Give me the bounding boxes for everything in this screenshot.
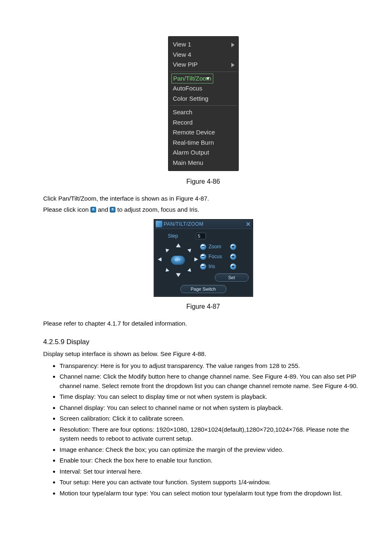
ptz-dialog: PAN/TILT/ZOOM Step — [154, 219, 253, 297]
minus-sphere-icon — [90, 207, 96, 213]
context-menu-group: Pan/Tilt/Zoom ➤ AutoFocus Color Setting — [168, 72, 239, 106]
body-paragraph: Please refer to chapter 4.1.7 for detail… — [43, 319, 363, 328]
ctx-item-realtime-burn[interactable]: Real-time Burn — [168, 138, 239, 148]
ctx-item-label: Real-time Burn — [173, 138, 214, 148]
ptz-arrow-upleft[interactable] — [164, 247, 171, 254]
ptz-step-label: Step — [168, 232, 178, 240]
svg-marker-6 — [166, 268, 169, 272]
submenu-arrow-icon: ▶ — [231, 40, 235, 49]
ptz-arrow-up[interactable] — [175, 242, 182, 250]
ptz-main: SIT Zoom Focus — [158, 242, 249, 282]
plus-sphere-icon — [110, 207, 115, 213]
ctx-item-label: Pan/Tilt/Zoom — [171, 74, 214, 84]
ptz-step-row: Step — [158, 232, 249, 240]
ctx-item-label: Search — [173, 108, 193, 117]
ptz-row-label: Iris — [209, 263, 228, 270]
context-menu: View 1 ▶ View 4 View PIP ▶ Pan/Tilt/Zoom… — [168, 36, 239, 171]
ctx-item-label: Record — [173, 118, 193, 127]
ctx-item-main-menu[interactable]: Main Menu — [168, 158, 239, 168]
focus-minus-button[interactable] — [200, 254, 206, 260]
body-paragraph: Please click icon and to adjust zoom, fo… — [43, 205, 363, 215]
ctx-item-search[interactable]: Search — [168, 107, 239, 118]
ctx-item-label: View 4 — [173, 50, 191, 60]
zoom-plus-button[interactable] — [230, 244, 236, 250]
ptz-row-label: Zoom — [209, 243, 228, 250]
ctx-item-view4[interactable]: View 4 — [168, 50, 239, 60]
ptz-arrow-down[interactable] — [175, 271, 182, 278]
list-item: Tour setup: Here you can activate tour f… — [60, 478, 363, 487]
svg-marker-7 — [187, 268, 191, 272]
zoom-minus-button[interactable] — [200, 244, 206, 250]
ptz-zoom-row: Zoom — [200, 243, 249, 250]
iris-minus-button[interactable] — [200, 264, 206, 270]
svg-marker-2 — [158, 257, 161, 261]
ptz-focus-row: Focus — [200, 253, 249, 260]
ptz-arrow-downright[interactable] — [185, 266, 193, 273]
list-item: Resolution: There are four options: 1920… — [60, 425, 363, 444]
ctx-item-record[interactable]: Record — [168, 118, 239, 128]
ctx-item-label: Main Menu — [173, 158, 203, 168]
body-text-fragment: Please click icon — [43, 206, 90, 213]
page-root: View 1 ▶ View 4 View PIP ▶ Pan/Tilt/Zoom… — [0, 0, 392, 525]
ptz-set-row: Set — [200, 273, 249, 282]
ctx-item-remote-device[interactable]: Remote Device — [168, 127, 239, 138]
ctx-item-label: AutoFocus — [173, 84, 203, 93]
ptz-arrow-upright[interactable] — [185, 247, 193, 254]
ptz-control-rows: Zoom Focus Iris — [200, 242, 249, 282]
ptz-title-left: PAN/TILT/ZOOM — [156, 220, 204, 228]
ptz-titlebar: PAN/TILT/ZOOM — [154, 220, 253, 229]
focus-plus-button[interactable] — [230, 254, 236, 260]
list-item: Enable tour: Check the box here to enabl… — [60, 456, 363, 465]
figure-caption-87: Figure 4-87 — [43, 302, 363, 312]
svg-marker-4 — [166, 249, 169, 252]
body-text-fragment: to adjust zoom, focus and Iris. — [118, 206, 199, 213]
list-item: Channel display: You can select to chann… — [60, 403, 363, 413]
svg-marker-1 — [176, 273, 181, 277]
ctx-item-label: Color Setting — [173, 94, 209, 104]
list-item: Image enhance: Check the box; you can op… — [60, 445, 363, 455]
context-menu-group: Search Record Remote Device Real-time Bu… — [168, 106, 239, 169]
ptz-body: Step — [154, 229, 253, 296]
ptz-arrow-downleft[interactable] — [164, 266, 171, 273]
ctx-item-view-pip[interactable]: View PIP ▶ — [168, 60, 239, 70]
ptz-page-switch-button[interactable]: Page Switch — [180, 285, 226, 293]
ctx-item-color-setting[interactable]: Color Setting — [168, 94, 239, 104]
svg-marker-0 — [176, 243, 181, 247]
ptz-sit-label: SIT — [175, 258, 181, 263]
list-item: Time display: You can select to display … — [60, 392, 363, 402]
ptz-iris-row: Iris — [200, 263, 249, 270]
ctx-item-label: View 1 — [173, 40, 191, 49]
ctx-item-ptz-highlighted[interactable]: Pan/Tilt/Zoom ➤ — [171, 74, 235, 84]
submenu-arrow-icon: ▶ — [231, 60, 235, 69]
list-item: Transparency: Here is for you to adjust … — [60, 361, 363, 371]
ptz-title-icon — [156, 221, 162, 227]
body-paragraph: Click Pan/Tilt/Zoom, the interface is sh… — [43, 194, 363, 204]
ptz-sit-button[interactable]: SIT — [171, 256, 185, 265]
list-item: Motion tour type/alarm tour type: You ca… — [60, 489, 363, 498]
ctx-item-label: View PIP — [173, 60, 198, 69]
list-item: Screen calibration: Click it to calibrat… — [60, 414, 363, 423]
ptz-arrow-right[interactable] — [194, 256, 198, 265]
ptz-set-button[interactable]: Set — [215, 273, 249, 282]
close-icon[interactable] — [245, 221, 251, 227]
figure-caption-86: Figure 4-86 — [43, 177, 363, 187]
ptz-dialog-screenshot: PAN/TILT/ZOOM Step — [43, 219, 363, 297]
ptz-row-label: Focus — [209, 253, 228, 260]
ptz-page-switch-row: Page Switch — [158, 285, 249, 293]
svg-marker-3 — [194, 257, 198, 261]
iris-plus-button[interactable] — [230, 264, 236, 270]
ctx-item-autofocus[interactable]: AutoFocus — [168, 83, 239, 94]
ctx-item-alarm-output[interactable]: Alarm Output — [168, 148, 239, 158]
svg-marker-5 — [187, 249, 191, 252]
list-item: Interval: Set tour interval here. — [60, 467, 363, 476]
list-item: Channel name: Click the Modify button he… — [60, 372, 363, 391]
context-menu-group: View 1 ▶ View 4 View PIP ▶ — [168, 38, 239, 72]
ctx-item-label: Alarm Output — [173, 148, 209, 157]
body-paragraph: Display setup interface is shown as belo… — [43, 349, 363, 359]
ptz-direction-pad: SIT — [158, 242, 198, 278]
ptz-arrow-left[interactable] — [157, 256, 162, 265]
context-menu-screenshot: View 1 ▶ View 4 View PIP ▶ Pan/Tilt/Zoom… — [43, 36, 363, 171]
section-heading-display: 4.2.5.9 Display — [43, 337, 363, 347]
ptz-step-input[interactable] — [196, 233, 206, 239]
ctx-item-view1[interactable]: View 1 ▶ — [168, 39, 239, 50]
